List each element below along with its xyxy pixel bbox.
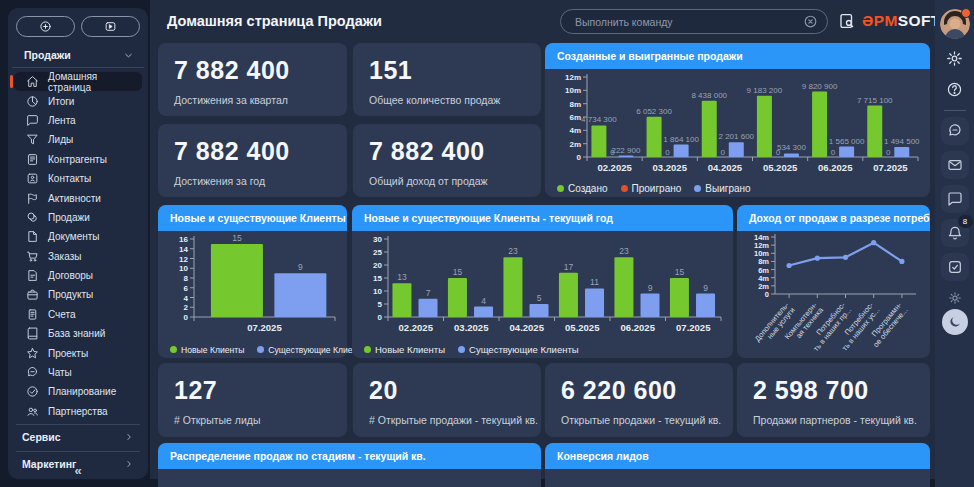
partners-icon (26, 405, 39, 418)
sidebar-item[interactable]: Контакты (14, 169, 142, 188)
page-search-icon[interactable] (838, 12, 856, 30)
sidebar-item[interactable]: Заказы (14, 247, 142, 266)
sidebar-item[interactable]: Продажи (14, 208, 142, 227)
sidebar-item-label: Контакты (48, 173, 91, 184)
svg-text:07.2025: 07.2025 (676, 322, 711, 333)
svg-text:15: 15 (232, 233, 242, 243)
chats-icon (947, 123, 963, 139)
invoice-icon (26, 308, 39, 321)
svg-text:5: 5 (378, 300, 383, 309)
svg-text:534 300: 534 300 (777, 143, 806, 152)
svg-text:8m: 8m (569, 100, 581, 109)
sidebar-item[interactable]: Чаты (14, 363, 142, 382)
chats-button[interactable] (941, 117, 969, 145)
kpi-value: 7 882 400 (174, 56, 347, 85)
kpi-label: Общий доход от продаж (369, 175, 541, 187)
svg-text:2 201 600: 2 201 600 (718, 132, 754, 141)
legend-item[interactable]: Проиграно (621, 183, 682, 194)
sidebar-item[interactable]: Активности (14, 188, 142, 207)
sidebar-item[interactable]: Лиды (14, 130, 142, 149)
email-button[interactable] (941, 151, 969, 179)
sidebar-item[interactable]: Лента (14, 111, 142, 130)
sidebar-section-service[interactable]: Сервис (16, 424, 140, 448)
notifications-button[interactable]: 8 (941, 219, 969, 247)
sidebar-item[interactable]: Планирование (14, 382, 142, 401)
svg-text:Дополнитель-ные услуги: Дополнитель-ные услуги (753, 300, 797, 348)
kpi-quarter-achievement: 7 882 400 Достижения за квартал (158, 43, 347, 116)
sidebar-item-label: Счета (48, 309, 76, 320)
sidebar-item[interactable]: Партнерства (14, 402, 142, 421)
dark-theme-toggle[interactable] (942, 309, 968, 335)
contract-icon (26, 269, 39, 282)
legend-item[interactable]: Выиграно (694, 183, 750, 194)
search-input[interactable] (573, 15, 803, 29)
svg-text:0: 0 (577, 153, 582, 162)
sidebar-item[interactable]: Контрагенты (14, 150, 142, 169)
run-process-button[interactable] (81, 16, 140, 37)
sidebar-item[interactable]: Итоги (14, 91, 142, 110)
svg-text:15: 15 (373, 274, 382, 283)
kpi-value: 151 (369, 56, 541, 85)
workspace-selector[interactable]: Продажи (12, 43, 144, 68)
svg-text:07.2025: 07.2025 (247, 322, 282, 333)
sidebar-item-label: Заказы (48, 251, 81, 262)
svg-text:14m: 14m (754, 233, 769, 242)
check-circle-icon (26, 385, 39, 398)
sidebar-item[interactable]: Домашняя страница (14, 72, 142, 91)
svg-text:06.2025: 06.2025 (818, 162, 853, 173)
gear-icon (946, 50, 963, 67)
svg-text:25: 25 (373, 248, 382, 257)
legend-item[interactable]: Существующие Клиенты (458, 344, 579, 355)
sidebar-item[interactable]: Продукты (14, 285, 142, 304)
sidebar-item[interactable]: Договоры (14, 266, 142, 285)
svg-text:12m: 12m (565, 73, 581, 82)
kpi-value: 20 (369, 376, 541, 405)
sidebar-item[interactable]: Документы (14, 227, 142, 246)
notification-badge: 8 (958, 215, 973, 228)
sidebar-item[interactable]: Счета (14, 305, 142, 324)
add-record-button[interactable] (16, 16, 75, 37)
light-theme-toggle[interactable] (948, 291, 962, 305)
chart-legend: Новые КлиентыСуществующие Клиенты (364, 344, 579, 355)
svg-text:9: 9 (298, 262, 303, 272)
bpmsoft-logo: ƏPMSOFT (862, 12, 941, 30)
kpi-value: 6 220 600 (561, 376, 733, 405)
svg-text:8m: 8m (758, 257, 769, 266)
tasks-button[interactable] (941, 253, 969, 281)
svg-text:23: 23 (619, 246, 629, 256)
avatar-status-dot (961, 8, 971, 18)
sidebar-item-label: Проекты (48, 348, 88, 359)
command-search (560, 9, 828, 34)
workspace-label: Продажи (24, 49, 71, 61)
collapse-sidebar-button[interactable]: « (8, 463, 148, 479)
legend-item[interactable]: Новые Клиенты (170, 345, 244, 355)
kpi-open-sales-amount: 6 220 600 Открытые продажи - текущий кв. (545, 363, 733, 437)
sidebar-item-label: Продукты (48, 289, 93, 300)
sidebar-item-label: Активности (48, 193, 101, 204)
right-rail: 8 (935, 0, 974, 487)
legend-item[interactable]: Новые Клиенты (364, 344, 445, 355)
help-button[interactable] (943, 77, 967, 101)
sidebar-item-label: Домашняя страница (48, 71, 142, 93)
clear-icon[interactable] (803, 14, 818, 29)
rail-divider (944, 110, 966, 111)
sidebar-item[interactable]: База знаний (14, 324, 142, 343)
cart-icon (26, 250, 39, 263)
legend-item[interactable]: Создано (557, 183, 608, 194)
svg-text:0: 0 (378, 313, 383, 322)
chart-title: Новые и существующие Клиенты - текущий г… (352, 205, 733, 231)
svg-text:4: 4 (184, 294, 189, 303)
user-avatar[interactable] (940, 9, 970, 39)
feed-notifications-button[interactable] (941, 185, 969, 213)
svg-text:1 565 000: 1 565 000 (829, 137, 865, 146)
legend-item[interactable]: Существующие Клиенты (257, 345, 367, 355)
sidebar-item[interactable]: Проекты (14, 343, 142, 362)
chart-card-clients-quarter: Новые и существующие Клиенты - текущий к… (158, 205, 347, 358)
sidebar-item-label: Продажи (48, 212, 90, 223)
chart-card-revenue-by-needs: Доход от продаж в разрезе потребностей К… (737, 205, 930, 358)
sidebar-item-label: Планирование (48, 386, 116, 397)
sidebar-item-label: Лиды (48, 134, 73, 145)
svg-text:6m: 6m (569, 113, 581, 122)
contact-card-icon (26, 172, 39, 185)
settings-button[interactable] (943, 46, 967, 70)
